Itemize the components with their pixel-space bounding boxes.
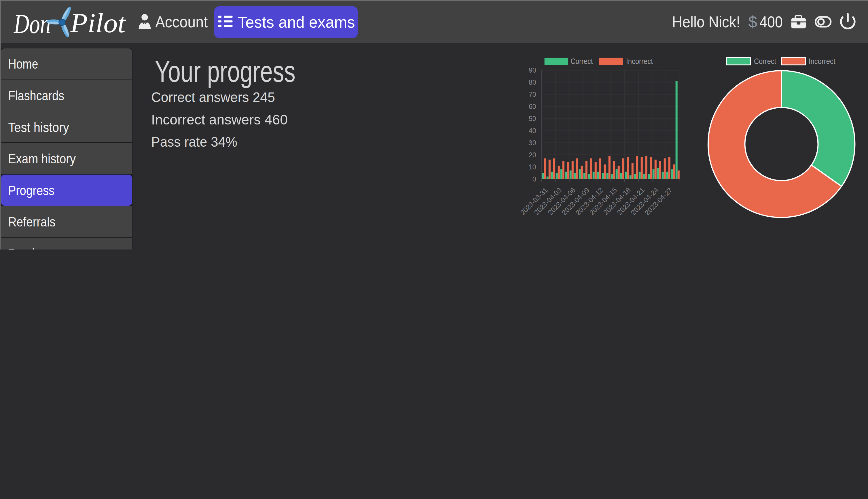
svg-text:70: 70 <box>529 91 536 98</box>
svg-text:Pass rate 34%: Pass rate 34% <box>151 134 237 149</box>
svg-text:Referrals: Referrals <box>8 214 55 229</box>
svg-text:90: 90 <box>529 66 536 74</box>
svg-text:Your progress: Your progress <box>155 55 296 88</box>
svg-text:60: 60 <box>529 103 536 110</box>
svg-text:40: 40 <box>529 127 536 135</box>
svg-text:400: 400 <box>760 13 783 31</box>
svg-text:$: $ <box>748 13 757 31</box>
svg-text:Test history: Test history <box>8 120 69 135</box>
svg-text:Correct answers 245: Correct answers 245 <box>151 89 275 105</box>
svg-text:Purchase: Purchase <box>8 246 57 250</box>
svg-text:Don: Don <box>13 8 51 39</box>
svg-text:Flashcards: Flashcards <box>8 88 64 103</box>
svg-text:Incorrect: Incorrect <box>626 57 653 66</box>
svg-text:Account: Account <box>155 13 208 31</box>
svg-text:Home: Home <box>8 56 38 71</box>
svg-text:10: 10 <box>529 163 536 171</box>
svg-text:80: 80 <box>529 78 536 86</box>
svg-text:Incorrect: Incorrect <box>809 57 835 66</box>
svg-text:Correct: Correct <box>754 57 776 66</box>
svg-text:Correct: Correct <box>571 57 593 66</box>
svg-text:Hello Nick!: Hello Nick! <box>672 13 741 31</box>
svg-text:Incorrect answers 460: Incorrect answers 460 <box>151 112 288 127</box>
svg-text:30: 30 <box>529 139 536 147</box>
svg-text:Tests and exams: Tests and exams <box>238 13 355 31</box>
svg-text:Pilot: Pilot <box>70 8 126 38</box>
svg-text:Exam history: Exam history <box>8 151 76 166</box>
svg-text:20: 20 <box>529 151 536 159</box>
svg-text:50: 50 <box>529 115 536 122</box>
svg-text:Progress: Progress <box>8 183 54 198</box>
svg-text:0: 0 <box>533 175 536 183</box>
